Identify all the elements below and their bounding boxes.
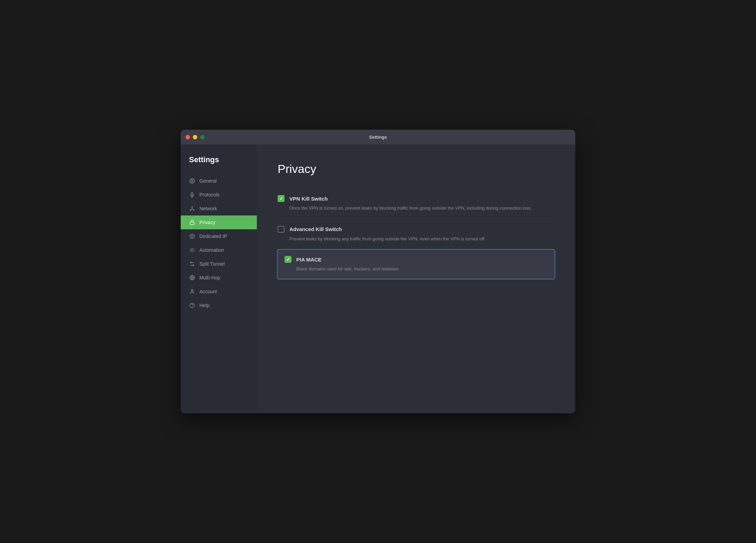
- svg-line-8: [192, 209, 194, 210]
- checkmark: ✓: [279, 196, 283, 201]
- svg-line-15: [190, 248, 191, 249]
- general-icon: [189, 178, 195, 184]
- content-area: Settings GeneralProtocolsNetworkPrivacyD…: [181, 145, 575, 413]
- minimize-button[interactable]: [193, 135, 197, 139]
- main-content: Privacy ✓VPN Kill SwitchOnce the VPN is …: [257, 145, 575, 413]
- setting-item-pia-mace: ✓PIA MACEBlock domains used for ads, tra…: [277, 249, 555, 279]
- page-title: Privacy: [278, 162, 555, 176]
- sidebar-item-label-multi-hop: Multi-Hop: [199, 275, 220, 280]
- sidebar-heading: Settings: [181, 155, 257, 174]
- sidebar-item-dedicated-ip[interactable]: Dedicated IP: [181, 229, 257, 243]
- svg-point-12: [191, 249, 194, 251]
- sidebar-item-network[interactable]: Network: [181, 202, 257, 215]
- maximize-button[interactable]: [200, 135, 205, 139]
- checkbox-pia-mace[interactable]: ✓: [285, 256, 291, 263]
- svg-line-20: [194, 248, 194, 249]
- close-button[interactable]: [186, 135, 190, 139]
- sidebar-nav: GeneralProtocolsNetworkPrivacyDedicated …: [181, 174, 257, 312]
- sidebar-item-split-tunnel[interactable]: Split Tunnel: [181, 257, 257, 271]
- setting-description-vpn-kill-switch: Once the VPN is turned on, prevent leaks…: [278, 205, 555, 212]
- traffic-lights: [186, 135, 205, 139]
- sidebar-item-protocols[interactable]: Protocols: [181, 188, 257, 202]
- automation-icon: [189, 247, 195, 253]
- setting-item-advanced-kill-switch: Advanced Kill SwitchPrevent leaks by blo…: [278, 219, 555, 249]
- multi-hop-icon: [189, 275, 195, 281]
- sidebar-item-label-help: Help: [199, 303, 209, 308]
- svg-point-11: [191, 235, 193, 237]
- split-tunnel-icon: [189, 261, 195, 267]
- help-icon: [189, 302, 195, 309]
- setting-label-vpn-kill-switch: VPN Kill Switch: [289, 196, 328, 202]
- setting-description-pia-mace: Block domains used for ads, trackers, an…: [285, 266, 548, 273]
- sidebar: Settings GeneralProtocolsNetworkPrivacyD…: [181, 145, 257, 413]
- setting-label-advanced-kill-switch: Advanced Kill Switch: [289, 226, 342, 232]
- svg-point-23: [191, 289, 193, 291]
- window-title: Settings: [369, 135, 387, 140]
- svg-line-7: [190, 209, 192, 210]
- sidebar-item-help[interactable]: Help: [181, 298, 257, 312]
- titlebar: Settings: [181, 130, 575, 145]
- protocols-icon: [189, 192, 195, 198]
- svg-line-19: [190, 251, 191, 252]
- checkmark: ✓: [286, 257, 290, 262]
- svg-line-16: [194, 251, 194, 252]
- sidebar-item-label-network: Network: [199, 206, 217, 211]
- sidebar-item-account[interactable]: Account: [181, 285, 257, 298]
- svg-point-10: [190, 234, 194, 238]
- svg-point-0: [191, 180, 193, 182]
- setting-header-vpn-kill-switch: ✓VPN Kill Switch: [278, 195, 555, 202]
- setting-item-vpn-kill-switch: ✓VPN Kill SwitchOnce the VPN is turned o…: [278, 188, 555, 219]
- setting-header-pia-mace: ✓PIA MACE: [285, 256, 548, 263]
- settings-section: ✓VPN Kill SwitchOnce the VPN is turned o…: [278, 188, 555, 279]
- account-icon: [189, 288, 195, 295]
- setting-description-advanced-kill-switch: Prevent leaks by blocking any traffic fr…: [278, 236, 555, 242]
- sidebar-item-privacy[interactable]: Privacy: [181, 215, 257, 229]
- setting-header-advanced-kill-switch: Advanced Kill Switch: [278, 226, 555, 233]
- svg-point-5: [193, 210, 194, 211]
- svg-point-4: [190, 210, 191, 211]
- network-icon: [189, 205, 195, 212]
- sidebar-item-automation[interactable]: Automation: [181, 243, 257, 257]
- checkbox-advanced-kill-switch[interactable]: [278, 226, 285, 233]
- app-window: Settings Settings GeneralProtocolsNetwor…: [181, 130, 575, 413]
- sidebar-item-label-automation: Automation: [199, 247, 224, 253]
- sidebar-item-label-general: General: [199, 178, 217, 184]
- sidebar-item-label-privacy: Privacy: [199, 220, 215, 225]
- setting-label-pia-mace: PIA MACE: [296, 257, 322, 263]
- sidebar-item-label-account: Account: [199, 289, 217, 294]
- sidebar-item-label-protocols: Protocols: [199, 192, 219, 197]
- sidebar-item-label-split-tunnel: Split Tunnel: [199, 261, 225, 267]
- sidebar-item-label-dedicated-ip: Dedicated IP: [199, 233, 227, 239]
- privacy-icon: [189, 219, 195, 226]
- sidebar-item-general[interactable]: General: [181, 174, 257, 188]
- svg-point-3: [192, 206, 193, 208]
- dedicated-ip-icon: [189, 233, 195, 239]
- sidebar-item-multi-hop[interactable]: Multi-Hop: [181, 271, 257, 285]
- svg-rect-9: [190, 222, 194, 224]
- checkbox-vpn-kill-switch[interactable]: ✓: [278, 195, 285, 202]
